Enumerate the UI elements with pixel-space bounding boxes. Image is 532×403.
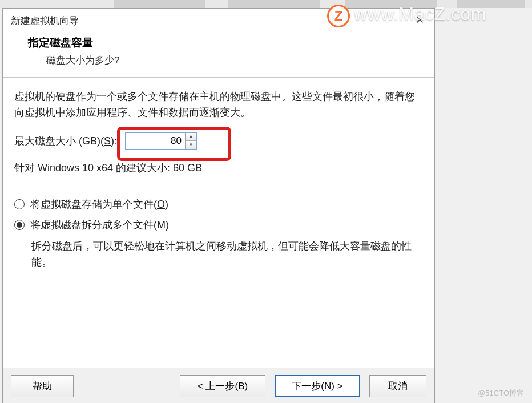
cancel-button[interactable]: 取消 [369, 375, 426, 397]
footer-watermark: @51CTO博客 [478, 388, 524, 398]
button-bar: 帮助 < 上一步(B) 下一步(N) > 取消 [3, 368, 434, 403]
disk-storage-radio-group: 将虚拟磁盘存储为单个文件(O) 将虚拟磁盘拆分成多个文件(M) 拆分磁盘后，可以… [14, 198, 423, 271]
label-underline: M [157, 219, 166, 231]
label-part: ) [244, 381, 248, 392]
disk-size-row: 最大磁盘大小 (GB)(S): ▲ ▼ [14, 132, 423, 150]
bg-tab [114, 0, 205, 8]
label-part: ): [111, 135, 117, 147]
disk-size-input[interactable] [126, 133, 185, 149]
help-button[interactable]: 帮助 [11, 375, 74, 397]
header-section: 指定磁盘容量 磁盘大小为多少? [3, 31, 434, 78]
next-button[interactable]: 下一步(N) > [275, 375, 360, 397]
label-part: 最大磁盘大小 (GB)( [14, 135, 104, 147]
recommended-size-text: 针对 Windows 10 x64 的建议大小: 60 GB [14, 161, 423, 175]
label-part: 将虚拟磁盘拆分成多个文件( [30, 219, 157, 231]
watermark-text: www.MacZ.com [354, 3, 486, 25]
radio-icon [14, 220, 25, 230]
body-section: 虚拟机的硬盘作为一个或多个文件存储在主机的物理磁盘中。这些文件最初很小，随着您向… [3, 78, 434, 368]
description-text: 虚拟机的硬盘作为一个或多个文件存储在主机的物理磁盘中。这些文件最初很小，随着您向… [14, 89, 423, 121]
spinner-up-button[interactable]: ▲ [186, 133, 196, 141]
radio-split-label: 将虚拟磁盘拆分成多个文件(M) [30, 218, 169, 232]
radio-split-files[interactable]: 将虚拟磁盘拆分成多个文件(M) [14, 218, 423, 232]
radio-single-label: 将虚拟磁盘存储为单个文件(O) [30, 198, 168, 211]
label-part: 将虚拟磁盘存储为单个文件( [30, 199, 157, 210]
label-underline: S [104, 135, 111, 147]
back-button[interactable]: < 上一步(B) [180, 375, 265, 397]
disk-size-label: 最大磁盘大小 (GB)(S): [14, 134, 117, 148]
page-title: 指定磁盘容量 [28, 35, 426, 50]
label-part: 下一步( [292, 381, 324, 392]
disk-size-spinner: ▲ ▼ [125, 132, 197, 150]
bg-tab [228, 0, 320, 8]
label-part: ) > [331, 381, 342, 392]
label-part: ) [165, 199, 168, 210]
label-underline: O [157, 199, 165, 210]
radio-single-file[interactable]: 将虚拟磁盘存储为单个文件(O) [14, 198, 423, 211]
watermark-z-badge: Z [327, 5, 350, 27]
label-part: ) [166, 219, 169, 231]
spinner-down-button[interactable]: ▼ [186, 141, 196, 149]
label-underline: N [324, 381, 331, 392]
split-description: 拆分磁盘后，可以更轻松地在计算机之间移动虚拟机，但可能会降低大容量磁盘的性能。 [31, 239, 423, 271]
radio-icon [14, 199, 25, 209]
wizard-dialog: 新建虚拟机向导 × 指定磁盘容量 磁盘大小为多少? 虚拟机的硬盘作为一个或多个文… [2, 8, 435, 403]
label-part: < 上一步( [198, 381, 238, 392]
spinner-buttons: ▲ ▼ [185, 133, 196, 149]
dialog-title: 新建虚拟机向导 [11, 15, 79, 26]
label-underline: B [238, 381, 244, 392]
page-subtitle: 磁盘大小为多少? [28, 54, 426, 67]
